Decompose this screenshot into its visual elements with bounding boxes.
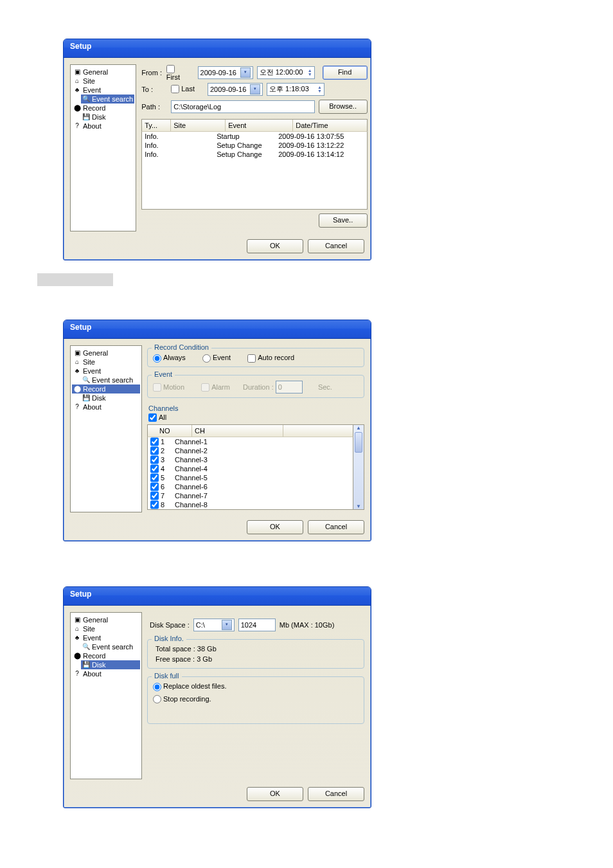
row-check[interactable] [150, 446, 159, 455]
question-icon: ? [73, 122, 81, 130]
col-type[interactable]: Ty... [142, 120, 171, 131]
tree-site[interactable]: ⌂Site [72, 357, 140, 366]
table-row: Info.Setup Change2009-09-16 13:14:12 [142, 150, 366, 159]
card-icon: ▣ [73, 349, 81, 357]
stop-radio[interactable]: Stop recording. [153, 695, 211, 703]
col-datetime[interactable]: Date/Time [293, 120, 366, 131]
all-checkbox[interactable]: All [148, 413, 364, 422]
cancel-button[interactable]: Cancel [308, 787, 364, 801]
sec-label: Sec. [318, 383, 332, 391]
tree-about[interactable]: ?About [72, 669, 140, 678]
col-site[interactable]: Site [171, 120, 226, 131]
tree-site[interactable]: ⌂Site [72, 77, 134, 86]
tree-record[interactable]: ⬤Record [72, 384, 140, 393]
row-check[interactable] [150, 437, 159, 446]
col-ch[interactable]: CH [192, 425, 283, 437]
tree-about[interactable]: ?About [72, 122, 134, 131]
tree-event[interactable]: ♣Event [72, 633, 140, 642]
title-bar[interactable]: Setup [64, 39, 371, 58]
tree-site[interactable]: ⌂Site [72, 624, 140, 633]
tree-disk[interactable]: 💾Disk [81, 393, 140, 402]
find-button[interactable]: Find [323, 66, 368, 80]
row-check[interactable] [150, 500, 159, 509]
tree-disk[interactable]: 💾Disk [81, 660, 140, 669]
tree-record[interactable]: ⬤Record [72, 651, 140, 660]
event-list[interactable]: Info.Startup2009-09-16 13:07:55 Info.Set… [141, 132, 367, 210]
title-bar[interactable]: Setup [64, 320, 371, 339]
row-check[interactable] [150, 482, 159, 491]
disk-icon: 💾 [82, 661, 90, 669]
tree-event[interactable]: ♣Event [72, 86, 134, 95]
browse-button[interactable]: Browse.. [319, 100, 368, 114]
tree-label: Event search [92, 642, 133, 651]
path-label: Path : [141, 103, 167, 111]
from-date-select[interactable]: 2009-09-16▾ [198, 66, 253, 79]
setup-window-record: Setup ▣General ⌂Site ♣Event 🔍Event searc… [63, 320, 371, 541]
save-button[interactable]: Save.. [319, 213, 368, 228]
duration-input [276, 381, 303, 393]
disk-full-group: Disk full Replace oldest files. Stop rec… [147, 676, 364, 724]
to-time-spinner[interactable]: 오후 1:18:03▲▼ [267, 83, 324, 96]
tree-label: About [83, 669, 102, 678]
size-input[interactable] [238, 619, 276, 631]
path-input[interactable] [171, 100, 314, 113]
ok-button[interactable]: OK [247, 239, 303, 253]
to-date-value: 2009-09-16 [210, 86, 246, 93]
row-check[interactable] [150, 473, 159, 482]
scroll-up-icon: ▲ [356, 425, 361, 431]
channel-list[interactable]: 1Channel-1 2Channel-2 3Channel-3 4Channe… [147, 437, 353, 510]
tree-event-search[interactable]: 🔍Event search [81, 375, 140, 384]
tree-label: General [83, 615, 108, 624]
table-row: Info.Startup2009-09-16 13:07:55 [142, 132, 366, 141]
from-time-spinner[interactable]: 오전 12:00:00▲▼ [257, 66, 315, 79]
grey-bar [37, 273, 113, 286]
tree-general[interactable]: ▣General [72, 615, 140, 624]
alarm-checkbox: Alarm [201, 383, 230, 391]
tree-record[interactable]: ⬤Record [72, 104, 134, 113]
cancel-button[interactable]: Cancel [308, 520, 364, 534]
scrollbar[interactable]: ▲ ▼ [353, 424, 364, 510]
row-check[interactable] [150, 491, 159, 500]
cancel-button[interactable]: Cancel [308, 239, 364, 253]
first-checkbox[interactable]: First [166, 64, 186, 81]
search-icon: 🔍 [82, 643, 90, 651]
tree-label: Event [83, 633, 101, 642]
tree-event-search[interactable]: 🔍Event search [81, 642, 140, 651]
event-label: Event [213, 354, 231, 361]
stop-label: Stop recording. [163, 695, 211, 703]
ok-button[interactable]: OK [247, 520, 303, 534]
chevron-down-icon: ▾ [222, 620, 232, 630]
event-group-label: Event [152, 370, 175, 378]
scroll-thumb[interactable] [355, 432, 362, 453]
tree-general[interactable]: ▣General [72, 348, 140, 357]
auto-record-checkbox[interactable]: Auto record [247, 354, 294, 361]
event-radio[interactable]: Event [202, 354, 231, 361]
drive-select[interactable]: C:\▾ [193, 619, 235, 631]
bell-icon: ♣ [73, 86, 81, 94]
col-no[interactable]: NO [148, 425, 192, 437]
tree-about[interactable]: ?About [72, 402, 140, 411]
replace-radio[interactable]: Replace oldest files. [153, 682, 226, 690]
row-check[interactable] [150, 464, 159, 473]
col-event[interactable]: Event [226, 120, 293, 131]
tree-label: Event search [92, 95, 133, 104]
record-icon: ⬤ [73, 385, 81, 393]
nav-tree: ▣General ⌂Site ♣Event 🔍Event search ⬤Rec… [70, 64, 136, 231]
site-icon: ⌂ [73, 77, 81, 85]
alarm-label: Alarm [211, 383, 230, 391]
tree-general[interactable]: ▣General [72, 68, 134, 77]
to-date-select[interactable]: 2009-09-16▾ [208, 83, 263, 96]
auto-label: Auto record [258, 354, 294, 361]
ok-button[interactable]: OK [247, 787, 303, 801]
tree-event-search[interactable]: 🔍Event search [81, 95, 134, 104]
last-checkbox[interactable]: Last [171, 85, 195, 94]
title-bar[interactable]: Setup [64, 587, 371, 606]
question-icon: ? [73, 403, 81, 411]
row-check[interactable] [150, 455, 159, 464]
list-item: 3Channel-3 [148, 455, 353, 464]
tree-event[interactable]: ♣Event [72, 366, 140, 375]
list-item: 5Channel-5 [148, 473, 353, 482]
always-radio[interactable]: Always [153, 354, 186, 361]
list-item: 6Channel-6 [148, 482, 353, 491]
tree-disk[interactable]: 💾Disk [81, 113, 134, 122]
